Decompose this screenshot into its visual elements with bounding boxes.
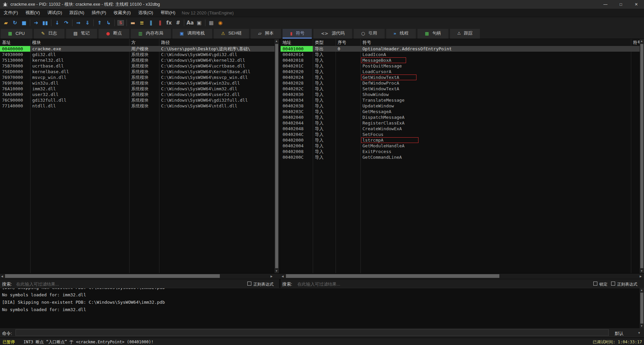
modules-regex-checkbox[interactable]: [247, 282, 251, 286]
run-icon[interactable]: ➔: [32, 18, 41, 27]
attach-window-icon[interactable]: ▣: [195, 18, 204, 27]
donate-ball-icon[interactable]: ◉: [216, 18, 225, 27]
symbol-row[interactable]: 00402014导入LoadIconA: [281, 52, 640, 57]
run-to-selection-icon[interactable]: ⇒: [74, 18, 83, 27]
menu-item-view[interactable]: 视图(V): [22, 9, 44, 17]
symbols-regex-checkbox[interactable]: [611, 282, 615, 286]
menu-item-debug[interactable]: 调试(D): [44, 9, 66, 17]
symbol-row[interactable]: 00402034导入TranslateMessage: [281, 97, 640, 103]
tab-cpu[interactable]: ▦CPU: [1, 29, 32, 39]
tab-handles[interactable]: ▩句柄: [417, 29, 448, 39]
close-button[interactable]: ✕: [629, 0, 644, 9]
menu-item-trace[interactable]: 跟踪(N): [66, 9, 88, 17]
menu-item-help[interactable]: 帮助(H): [157, 9, 179, 17]
scroll-up-arrow[interactable]: ▲: [275, 40, 278, 43]
symbol-row[interactable]: 00402048导入CreateWindowExA: [281, 126, 640, 132]
symbol-row[interactable]: 0040201C导入PostQuitMessage: [281, 63, 640, 69]
execute-till-return-icon[interactable]: ⇑: [95, 18, 104, 27]
column-header-1[interactable]: 类型: [315, 40, 324, 46]
symbol-row[interactable]: 00402044导入RegisterClassExA: [281, 120, 640, 126]
run-to-user-code-icon[interactable]: ↳: [104, 18, 113, 27]
comment-icon[interactable]: ≡: [137, 18, 146, 27]
module-row[interactable]: 76970000msvcp_win.dll系统模块C:\Windows\SysW…: [0, 75, 275, 80]
menu-item-options[interactable]: 选项(O): [135, 9, 157, 17]
tab-log[interactable]: ✎日志: [34, 29, 64, 39]
step-out-icon[interactable]: ⇓: [83, 18, 92, 27]
module-row[interactable]: 75ED0000kernelbase.dll系统模块C:\Windows\Sys…: [0, 69, 275, 75]
column-header-2[interactable]: 方: [131, 40, 136, 46]
module-row[interactable]: 00400000crackme.exe用户模块C:\Users\ppoh\Des…: [0, 46, 275, 52]
symbol-row[interactable]: 00402020导入LoadCursorA: [281, 69, 640, 75]
symbol-row[interactable]: 00402038导入UpdateWindow: [281, 103, 640, 109]
modules-horizontal-scrollbar[interactable]: ◀ ▶: [0, 274, 275, 279]
text-encoding-icon[interactable]: Aa: [186, 18, 195, 27]
tab-seh-chain[interactable]: ⚠SEH链: [214, 29, 249, 39]
function-icon[interactable]: fx: [164, 18, 174, 27]
scroll-down-arrow[interactable]: ▼: [640, 269, 643, 273]
scroll-thumb[interactable]: [640, 293, 643, 324]
maximize-button[interactable]: □: [613, 0, 629, 9]
symbol-row[interactable]: 00402000导入lstrcmpA: [281, 137, 640, 143]
module-row[interactable]: 76C90000gdi32full.dll系统模块C:\Windows\SysW…: [0, 97, 275, 103]
symbol-row[interactable]: 00402040导入DispatchMessageA: [281, 114, 640, 120]
menu-item-plugins[interactable]: 插件(P): [88, 9, 110, 17]
modules-vertical-scrollbar[interactable]: ▲ ▼: [275, 39, 279, 273]
scroll-down-arrow[interactable]: ▼: [275, 269, 278, 273]
symbol-row[interactable]: 0040202C导入SetWindowTextA: [281, 86, 640, 92]
symbols-vertical-scrollbar[interactable]: ▲ ▼: [640, 39, 644, 273]
column-header-0[interactable]: 基址: [2, 40, 11, 46]
patch-icon[interactable]: ▬: [128, 18, 137, 27]
scroll-up-arrow[interactable]: ▲: [640, 40, 643, 43]
modules-search-input[interactable]: [15, 280, 205, 288]
scroll-right-arrow[interactable]: ▶: [270, 275, 273, 278]
scroll-up-arrow[interactable]: ▲: [640, 289, 643, 292]
pause-icon[interactable]: ▮▮: [41, 18, 50, 27]
tab-symbols[interactable]: ▮符号: [283, 29, 312, 39]
stop-icon[interactable]: ■: [19, 18, 29, 27]
symbol-row[interactable]: 00402030导入ShowWindow: [281, 92, 640, 97]
symbol-row[interactable]: 00401000导出0OptionalHeader.AddressOfEntry…: [281, 46, 640, 52]
symbol-row[interactable]: 00402004导入GetModuleHandleA: [281, 143, 640, 149]
tab-breakpoints[interactable]: ●断点: [99, 29, 129, 39]
module-row[interactable]: 75B70000ucrtbase.dll系统模块C:\Windows\SysWO…: [0, 63, 275, 69]
calculator-icon[interactable]: ▦: [207, 18, 216, 27]
symbol-row[interactable]: 00402028导入DefWindowProcA: [281, 80, 640, 86]
module-row[interactable]: 75130000kernel32.dll系统模块C:\Windows\SysWO…: [0, 57, 275, 63]
bookmark-icon[interactable]: ∥: [155, 18, 164, 27]
step-over-icon[interactable]: ↷: [62, 18, 71, 27]
symbol-row[interactable]: 0040203C导入GetMessageA: [281, 109, 640, 114]
label-icon[interactable]: ∥: [146, 18, 155, 27]
scroll-left-arrow[interactable]: ◀: [282, 275, 284, 278]
command-input[interactable]: [15, 329, 609, 336]
symbol-row[interactable]: 00402008导入ExitProcess: [281, 149, 640, 154]
menu-item-file[interactable]: 文件(F): [0, 9, 22, 17]
command-profile-select[interactable]: 默认: [615, 331, 624, 337]
module-row[interactable]: 77140000ntdll.dll系统模块C:\Windows\SysWOW64…: [0, 103, 275, 109]
tab-memory-map[interactable]: ▥内存布局: [131, 29, 170, 39]
tab-notes[interactable]: ▤笔记: [66, 29, 97, 39]
open-file-icon[interactable]: ▰: [1, 18, 10, 27]
minimize-button[interactable]: —: [598, 0, 613, 9]
module-row[interactable]: 769F0000win32u.dll系统模块C:\Windows\SysWOW6…: [0, 80, 275, 86]
column-header-0[interactable]: 地址: [283, 40, 291, 46]
restart-icon[interactable]: ↻: [10, 18, 19, 27]
step-into-icon[interactable]: ↓: [53, 18, 62, 27]
tab-script[interactable]: ▱脚本: [251, 29, 281, 39]
scroll-thumb[interactable]: [5, 274, 220, 278]
seh-chain-tool-icon[interactable]: S: [116, 18, 125, 27]
tab-threads[interactable]: »线程: [386, 29, 416, 39]
column-header-3[interactable]: 符号: [362, 40, 371, 46]
column-header-1[interactable]: 模块: [32, 40, 41, 46]
log-vertical-scrollbar[interactable]: ▲ ▼: [640, 288, 644, 328]
scroll-thumb[interactable]: [275, 44, 278, 268]
symbol-row[interactable]: 0040204C导入SetFocus: [281, 132, 640, 137]
scroll-thumb[interactable]: [640, 44, 643, 268]
scroll-left-arrow[interactable]: ◀: [1, 275, 3, 278]
column-header-3[interactable]: 路径: [161, 40, 170, 46]
column-header-2[interactable]: 序号: [338, 40, 346, 46]
symbol-row[interactable]: 0040200C导入GetCommandLineA: [281, 154, 640, 160]
symbol-row[interactable]: 00402024导入GetWindowTextA: [281, 75, 640, 80]
tab-trace[interactable]: ∴跟踪: [450, 29, 480, 39]
tab-source[interactable]: <>源代码: [313, 29, 352, 39]
symbols-search-input[interactable]: [297, 280, 533, 288]
